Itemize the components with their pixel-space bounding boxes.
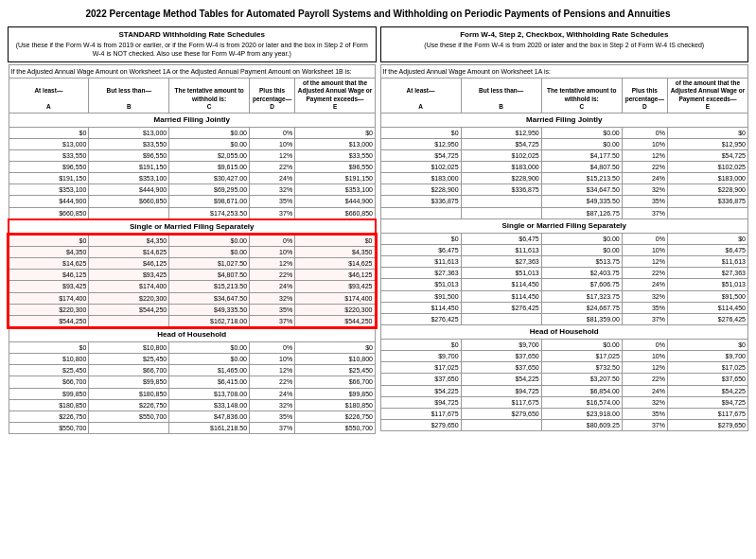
cell-c: $87,126.75 [541, 207, 622, 218]
cell-b: $37,650 [461, 351, 541, 362]
table-row: $10,800$25,450$0.0010%$10,800 [9, 354, 376, 365]
cell-e: $102,025 [667, 162, 747, 173]
cell-b [89, 422, 169, 433]
cell-a: $0 [9, 342, 89, 354]
cell-d: 35% [250, 304, 295, 315]
cell-a: $102,025 [380, 162, 461, 173]
cell-b: $11,613 [461, 245, 541, 256]
cell-b: $37,650 [461, 362, 541, 374]
table-row: $87,126.7537% [380, 207, 748, 218]
right-col-a-header: At least—A [380, 78, 461, 113]
table-row: $6,475$11,613$0.0010%$6,475 [380, 245, 748, 256]
cell-d: 12% [250, 365, 295, 376]
table-row: $114,450$276,425$24,667.7535%$114,450 [380, 302, 748, 313]
cell-a: $117,675 [380, 408, 461, 419]
table-row: $46,125$93,425$4,807.5022%$46,125 [9, 270, 376, 281]
cell-b: $93,425 [89, 270, 169, 281]
cell-d: 22% [622, 374, 667, 385]
table-row: $11,613$27,363$513.7512%$11,613 [380, 256, 748, 268]
cell-e: $114,450 [667, 302, 747, 313]
cell-a: $279,650 [380, 419, 461, 430]
cell-b: $114,450 [461, 290, 541, 302]
cell-e: $13,000 [295, 139, 376, 150]
cell-c: $2,055.00 [169, 150, 250, 162]
cell-d: 24% [622, 385, 667, 396]
cell-a: $660,850 [9, 207, 89, 219]
cell-b: $33,550 [89, 139, 169, 150]
cell-d: 12% [250, 150, 295, 162]
cell-a: $174,400 [9, 292, 89, 304]
table-row: $25,450$66,700$1,465.0012%$25,450 [9, 365, 376, 376]
cell-c: $7,606.75 [541, 279, 622, 290]
cell-a: $444,900 [9, 196, 89, 207]
cell-c: $0.00 [169, 127, 250, 138]
cell-b: $12,950 [461, 127, 541, 138]
table-row: $94,725$117,675$16,574.0032%$94,725 [380, 396, 748, 408]
table-row: $54,725$102,025$4,177.5012%$54,725 [380, 150, 748, 162]
cell-a: $544,250 [9, 315, 89, 327]
table-row: $550,700$161,218.5037%$550,700 [9, 422, 376, 433]
cell-a: $96,550 [9, 162, 89, 173]
table-row: $180,850$226,750$33,148.0032%$180,850 [9, 399, 376, 411]
right-married-jointly-header: Married Filing Jointly [380, 113, 748, 127]
cell-a: $9,700 [380, 351, 461, 362]
right-header-subtitle: (Use these if the Form W-4 is from 2020 … [385, 41, 745, 49]
cell-d: 0% [622, 340, 667, 351]
cell-c: $6,854.00 [541, 385, 622, 396]
cell-a: $66,700 [9, 376, 89, 388]
table-row: $102,025$183,000$4,807.5022%$102,025 [380, 162, 748, 173]
table-row: $4,350$14,625$0.0010%$4,350 [9, 247, 376, 258]
table-row: $276,425$81,359.0037%$276,425 [380, 313, 748, 324]
cell-e: $10,800 [295, 354, 376, 365]
cell-a: $4,350 [9, 247, 89, 258]
table-row: $353,100$444,900$69,295.0032%$353,100 [9, 184, 376, 196]
cell-b [89, 207, 169, 219]
cell-a: $0 [9, 235, 89, 247]
right-col-c-header: The tentative amount to withhold is:C [541, 78, 622, 113]
cell-c: $513.75 [541, 256, 622, 268]
cell-a: $37,650 [380, 374, 461, 385]
table-row: $0$13,000$0.000%$0 [9, 127, 376, 138]
cell-b: $191,150 [89, 162, 169, 173]
cell-a: $220,300 [9, 304, 89, 315]
cell-c: $4,177.50 [541, 150, 622, 162]
col-a-header: At least—A [9, 78, 89, 113]
cell-b: $183,000 [461, 162, 541, 173]
cell-d: 32% [622, 184, 667, 196]
page-title: 2022 Percentage Method Tables for Automa… [8, 8, 748, 21]
cell-e: $94,725 [667, 396, 747, 408]
cell-b: $228,900 [461, 173, 541, 184]
right-section-header: Form W-4, Step 2, Checkbox, Withholding … [380, 26, 749, 62]
table-row: $220,300$544,250$49,335.5035%$220,300 [9, 304, 376, 315]
table-row: $117,675$279,650$23,918.0035%$117,675 [380, 408, 748, 419]
table-row: $0$9,700$0.000%$0 [380, 340, 748, 351]
cell-b [461, 207, 541, 218]
cell-b: $544,250 [89, 304, 169, 315]
cell-b: $4,350 [89, 235, 169, 247]
cell-d: 0% [622, 234, 667, 245]
cell-c: $33,148.00 [169, 399, 250, 411]
table-row: $660,850$174,253.5037%$660,850 [9, 207, 376, 219]
cell-e: $54,225 [667, 385, 747, 396]
cell-a: $183,000 [380, 173, 461, 184]
cell-c: $2,403.75 [541, 268, 622, 279]
cell-b: $14,625 [89, 247, 169, 258]
cell-c: $0.00 [169, 342, 250, 354]
table-row: $14,625$46,125$1,027.5012%$14,625 [9, 258, 376, 270]
cell-c: $0.00 [541, 340, 622, 351]
cell-c: $0.00 [169, 235, 250, 247]
cell-e: $191,150 [295, 173, 376, 184]
cell-a: $91,500 [380, 290, 461, 302]
cell-c: $34,647.50 [541, 184, 622, 196]
cell-c: $13,708.00 [169, 388, 250, 399]
cell-e: $0 [295, 127, 376, 138]
table-row: $13,000$33,550$0.0010%$13,000 [9, 139, 376, 150]
right-table: If the Adjusted Annual Wage Amount on Wo… [380, 64, 749, 431]
table-row: $191,150$353,100$30,427.0024%$191,150 [9, 173, 376, 184]
cell-b: $226,750 [89, 399, 169, 411]
cell-d: 37% [622, 313, 667, 324]
cell-c: $17,025 [541, 351, 622, 362]
cell-a: $17,025 [380, 362, 461, 374]
right-header-title: Form W-4, Step 2, Checkbox, Withholding … [385, 30, 745, 41]
cell-d: 32% [250, 399, 295, 411]
